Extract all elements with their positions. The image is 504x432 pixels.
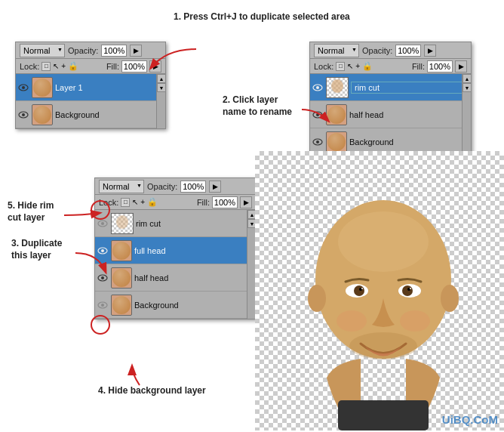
panel2-scrollbar[interactable]: ▲ ▼ [462,74,471,156]
layer-row-rimcut2[interactable]: rim cut [310,74,471,101]
arrow1-svg [136,42,204,79]
svg-point-32 [410,288,411,289]
fill-input-3[interactable] [212,196,238,208]
fill-input-2[interactable] [427,60,453,73]
lock-arrow-3[interactable]: ↖ [132,198,138,206]
main-canvas [255,151,504,430]
arrow2-svg [294,106,332,128]
fill-label-2: Fill: [412,62,425,71]
svg-point-13 [116,215,128,229]
panel3-header: Normal Opacity: ▶ [95,178,256,195]
layer-name-background2[interactable]: Background [349,137,458,147]
fill-arrow-3[interactable]: ▶ [240,196,252,208]
layer-row-background3[interactable]: Background 🔒 [95,292,256,319]
step2-annotation: 2. Click layername to rename [223,94,292,118]
blend-mode-select-2[interactable]: Normal [314,44,359,57]
layer-name-background3[interactable]: Background [134,301,243,310]
blend-mode-dropdown-1[interactable]: Normal [20,44,65,57]
svg-point-1 [22,86,25,89]
layer-thumb-rimcut3 [111,213,134,234]
layer-row-rimcut3[interactable]: rim cut [95,210,256,237]
opacity-arrow-2[interactable]: ▶ [424,45,436,57]
layer-row-background1[interactable]: Background 🔒 [16,101,165,128]
layer-row-fullhead3[interactable]: full head [95,237,256,264]
circle-rimcut [89,199,112,221]
panel1-body: Layer 1 Background 🔒 ▲ ▼ [16,74,165,128]
panel3-lock-row: Lock: □ ↖ + 🔒 Fill: ▶ [95,195,256,210]
layer-row-halfhead2[interactable]: half head [310,101,471,128]
scroll-down-1[interactable]: ▼ [157,83,166,92]
layer-name-rimcut2[interactable]: rim cut [351,82,469,94]
visibility-eye-background1[interactable] [17,109,29,121]
svg-point-28 [361,288,363,289]
fill-label-1: Fill: [106,62,119,71]
opacity-arrow-3[interactable]: ▶ [209,181,221,193]
lock-plus-2[interactable]: + [355,62,360,70]
layer-thumb-layer1 [32,77,53,98]
blend-mode-dropdown-3[interactable]: Normal [99,180,144,193]
svg-point-3 [22,113,25,116]
blend-mode-select-3[interactable]: Normal [99,180,144,193]
svg-point-30 [402,285,413,296]
layer-name-layer1[interactable]: Layer 1 [55,83,164,92]
layer-thumb-rimcut2 [326,77,349,98]
fill-label-3: Fill: [197,198,210,207]
circle-background3 [89,313,112,336]
layer-thumb-background2 [326,131,347,153]
opacity-input-3[interactable] [180,181,206,193]
layer-thumb-background3 [111,295,132,316]
layer-name-background1[interactable]: Background [55,110,152,119]
opacity-input-1[interactable] [101,45,127,57]
layer-name-halfhead2[interactable]: half head [349,110,469,119]
layers-panel-2[interactable]: Normal Opacity: ▶ Lock: □ ↖ + 🔒 Fill: ▶ … [309,42,472,156]
layer-name-halfhead3[interactable]: half head [134,273,254,282]
lock-label-2: Lock: [314,62,333,71]
panel2-body: rim cut half head Background 🔒 ▲ [310,74,471,156]
svg-point-5 [316,86,319,89]
layer-row-halfhead3[interactable]: half head [95,264,256,292]
lock-pad-2[interactable]: 🔒 [362,61,373,71]
svg-point-34 [441,285,459,312]
lock-pad-1[interactable]: 🔒 [68,61,78,71]
layer-name-fullhead3[interactable]: full head [134,246,254,255]
panel1-scrollbar[interactable]: ▲ ▼ [156,74,165,128]
step1-annotation: 1. Press Ctrl+J to duplicate selected ar… [174,11,350,23]
svg-point-36 [337,310,367,332]
lock-arrow-2[interactable]: ↖ [347,62,353,70]
panel3-body: rim cut full head half head [95,210,256,319]
layer-thumb-fullhead3 [111,240,132,261]
visibility-eye-rimcut2[interactable] [312,82,324,94]
layer-name-rimcut3[interactable]: rim cut [136,219,254,228]
step3-text: 3. Duplicatethis layer [11,238,62,261]
blend-mode-select-1[interactable]: Normal [20,44,65,57]
visibility-eye-layer1[interactable] [17,82,29,94]
step5-text: 5. Hide rimcut layer [8,200,54,223]
lock-plus-3[interactable]: + [140,198,145,206]
step2-text: 2. Click layername to rename [223,94,292,117]
blend-mode-dropdown-2[interactable]: Normal [314,44,359,57]
opacity-input-2[interactable] [395,45,421,57]
lock-box-2[interactable]: □ [336,62,345,71]
visibility-eye-background2[interactable] [312,136,324,148]
lock-arrow-1[interactable]: ↖ [53,62,59,70]
layer-thumb-halfhead3 [111,267,132,289]
visibility-eye-background3[interactable] [97,299,109,311]
arrow3-svg [68,249,113,279]
layers-panel-3[interactable]: Normal Opacity: ▶ Lock: □ ↖ + 🔒 Fill: ▶ … [94,177,257,319]
svg-point-20 [91,201,109,219]
svg-point-37 [400,310,430,332]
lock-plus-1[interactable]: + [61,62,66,70]
layer-thumb-background1 [32,104,53,125]
svg-point-26 [354,285,364,296]
lock-box-3[interactable]: □ [121,198,130,207]
scroll-up-2[interactable]: ▲ [463,74,472,83]
lock-pad-3[interactable]: 🔒 [147,197,158,207]
fill-arrow-2[interactable]: ▶ [455,60,467,73]
opacity-label-1: Opacity: [68,46,98,55]
lock-box-1[interactable]: □ [41,62,51,71]
panel2-header: Normal Opacity: ▶ [310,42,471,59]
svg-point-21 [91,316,109,334]
scroll-down-2[interactable]: ▼ [463,83,472,92]
svg-point-24 [338,211,429,272]
svg-rect-22 [338,400,429,430]
